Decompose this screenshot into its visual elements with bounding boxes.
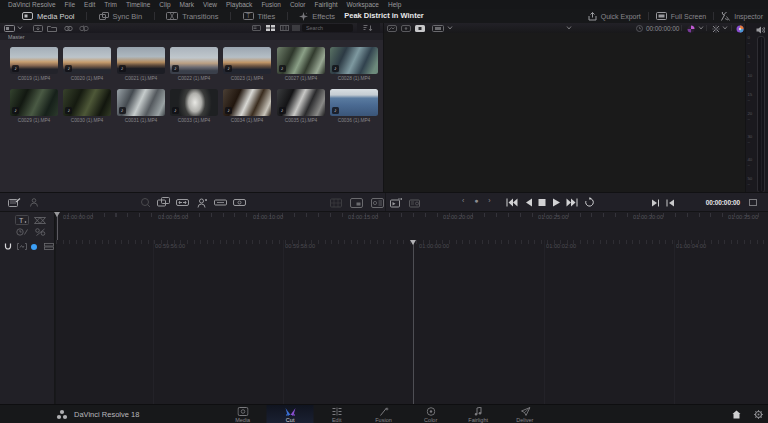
smart-insert-icon[interactable] xyxy=(157,197,170,208)
full-screen-button[interactable]: Full Screen xyxy=(656,9,706,23)
link-clips-icon[interactable] xyxy=(64,25,73,32)
clip-thumbnail[interactable]: ♪ xyxy=(170,89,218,116)
bin-name[interactable]: Master xyxy=(8,34,25,39)
view-list-icon[interactable] xyxy=(292,25,300,31)
clip-thumbnail[interactable]: ♪ xyxy=(117,47,165,74)
audio-tool-icon[interactable] xyxy=(35,228,46,236)
speaker-icon[interactable] xyxy=(756,26,765,34)
unlink-clips-icon[interactable] xyxy=(79,25,89,32)
menu-item-timeline[interactable]: Timeline xyxy=(126,1,150,8)
clip-thumbnail[interactable]: ♪ xyxy=(277,47,325,74)
grid-view-icon[interactable] xyxy=(330,198,342,208)
menu-item-mark[interactable]: Mark xyxy=(180,1,194,8)
clip-thumbnail[interactable]: ♪ xyxy=(170,47,218,74)
viewer-mode-icon[interactable] xyxy=(415,25,425,32)
picture-in-picture-icon[interactable] xyxy=(350,198,363,208)
color-grade-chevron-icon[interactable] xyxy=(698,26,704,30)
settings-gear-icon[interactable] xyxy=(754,410,763,419)
jog-control[interactable]: ‹ ● › xyxy=(462,197,493,204)
clip-thumbnail[interactable]: ♪ xyxy=(63,47,111,74)
page-tab-media[interactable]: Media xyxy=(220,405,267,423)
title-tool-icon[interactable]: T xyxy=(15,215,29,225)
menu-item-file[interactable]: File xyxy=(65,1,75,8)
source-overwrite-icon[interactable] xyxy=(233,197,246,208)
menu-item-clip[interactable]: Clip xyxy=(159,1,170,8)
sort-button[interactable] xyxy=(357,23,380,33)
search-input[interactable]: Search xyxy=(302,24,353,32)
audio-trim-icon[interactable] xyxy=(17,243,27,250)
clip-thumbnail[interactable]: ♪ xyxy=(277,89,325,116)
timeline-tracks[interactable]: 00:59:56:0000:59:58:0001:00:00:0001:00:0… xyxy=(56,240,768,404)
bin-selector-icon[interactable] xyxy=(4,25,15,32)
view-metadata-icon[interactable] xyxy=(252,25,261,31)
color-wheel-icon[interactable] xyxy=(736,25,744,33)
upper-timeline-strip[interactable]: 01:00:00:0001:00:05:0001:00:10:0001:00:1… xyxy=(56,212,768,240)
menu-item-fairlight[interactable]: Fairlight xyxy=(314,1,337,8)
play-to-end-icon[interactable] xyxy=(651,199,660,207)
step-back-icon[interactable] xyxy=(524,198,533,207)
clip-thumbnail[interactable]: ♪ xyxy=(330,89,378,116)
transition-tool-icon[interactable] xyxy=(34,217,46,224)
zoom-tool-icon[interactable] xyxy=(140,197,151,208)
audio-settings-icon[interactable] xyxy=(371,198,384,208)
menu-item-edit[interactable]: Edit xyxy=(84,1,95,8)
page-tab-fairlight[interactable]: Fairlight xyxy=(455,405,502,423)
play-icon[interactable] xyxy=(552,198,561,207)
page-tab-edit[interactable]: Edit xyxy=(314,405,361,423)
timeline-select-chevron-icon[interactable] xyxy=(566,26,572,30)
clip-thumbnail[interactable]: ♪ xyxy=(330,47,378,74)
speed-tool-icon[interactable] xyxy=(16,228,28,236)
menu-item-workspace[interactable]: Workspace xyxy=(347,1,379,8)
menu-item-help[interactable]: Help xyxy=(388,1,401,8)
clip-thumbnail[interactable]: ♪ xyxy=(117,89,165,116)
source-tape-icon[interactable] xyxy=(390,198,402,208)
viewer-screen[interactable] xyxy=(384,33,745,192)
import-folder-icon[interactable] xyxy=(47,25,57,32)
upper-playhead[interactable] xyxy=(57,212,58,240)
clip-thumbnail[interactable]: ♪ xyxy=(223,47,271,74)
clip-thumbnail[interactable]: ♪ xyxy=(63,89,111,116)
page-tab-fusion[interactable]: Fusion xyxy=(361,405,408,423)
menu-item-trim[interactable]: Trim xyxy=(104,1,117,8)
menu-item-fusion[interactable]: Fusion xyxy=(261,1,281,8)
bin-selector-chevron-icon[interactable] xyxy=(17,26,23,30)
quick-export-button[interactable]: Quick Export xyxy=(588,9,641,23)
timeline-playhead[interactable] xyxy=(413,240,414,404)
resolution-toggle-icon[interactable] xyxy=(749,199,757,206)
view-thumbnails-icon[interactable] xyxy=(266,25,275,31)
timeline-edit-icon[interactable] xyxy=(8,198,21,207)
clip-thumbnail[interactable]: ♪ xyxy=(10,89,58,116)
append-clip-icon[interactable] xyxy=(176,197,189,208)
camera-select-icon[interactable] xyxy=(432,25,444,32)
marker-color-dot[interactable] xyxy=(31,244,37,250)
loop-icon[interactable] xyxy=(584,197,595,207)
page-tab-deliver[interactable]: Deliver xyxy=(502,405,549,423)
color-grade-status-icon[interactable] xyxy=(687,25,695,33)
clip-thumbnail[interactable]: ♪ xyxy=(10,47,58,74)
viewer-timeline-icon[interactable] xyxy=(401,25,411,32)
track-view-icon[interactable] xyxy=(44,243,54,250)
home-icon[interactable] xyxy=(732,410,741,419)
play-from-start-icon[interactable] xyxy=(666,199,675,207)
transform-icon[interactable] xyxy=(712,25,720,33)
place-on-top-icon[interactable] xyxy=(214,197,227,208)
camera-select-chevron-icon[interactable] xyxy=(447,26,453,30)
snapping-icon[interactable] xyxy=(4,243,12,251)
fast-review-icon[interactable] xyxy=(409,198,422,208)
page-tab-color[interactable]: Color xyxy=(408,405,455,423)
transform-chevron-icon[interactable] xyxy=(722,26,728,30)
skip-back-icon[interactable] xyxy=(506,198,518,207)
import-media-icon[interactable] xyxy=(33,25,43,32)
inspector-button[interactable]: Inspector xyxy=(721,9,763,23)
timeline-options-icon[interactable] xyxy=(29,198,39,207)
menu-item-color[interactable]: Color xyxy=(290,1,306,8)
ripple-overwrite-icon[interactable] xyxy=(195,197,208,208)
page-tab-cut[interactable]: Cut xyxy=(267,405,314,423)
view-strip-icon[interactable] xyxy=(280,25,289,31)
skip-forward-icon[interactable] xyxy=(566,198,578,207)
menu-item-view[interactable]: View xyxy=(203,1,217,8)
menu-item-davinci-resolve[interactable]: DaVinci Resolve xyxy=(8,1,56,8)
clip-thumbnail[interactable]: ♪ xyxy=(223,89,271,116)
viewer-source-icon[interactable] xyxy=(387,25,397,32)
stop-icon[interactable] xyxy=(538,198,546,207)
